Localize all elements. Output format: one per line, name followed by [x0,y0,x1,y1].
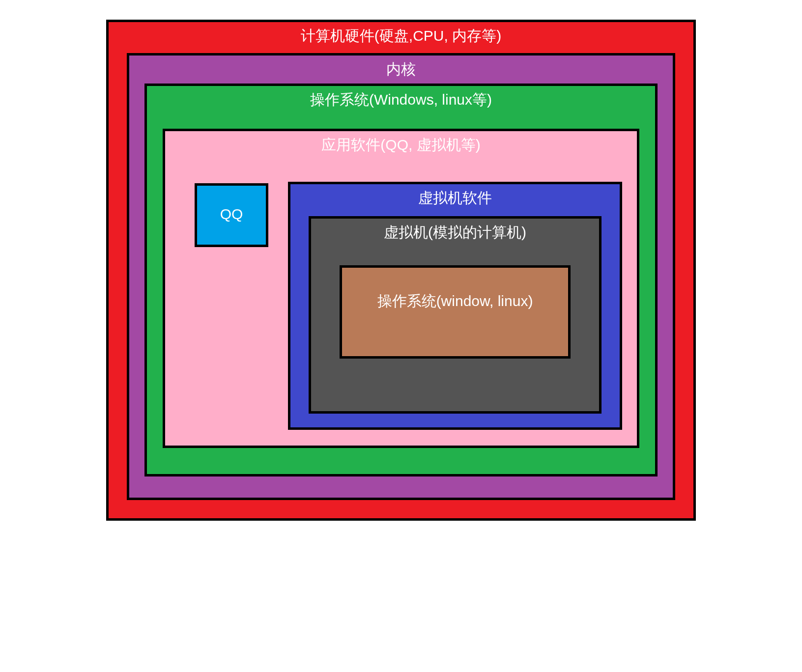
layer-qq-label: QQ [197,186,266,223]
layer-inner-os: 操作系统(window, linux) [340,265,571,359]
layer-vm-label: 虚拟机(模拟的计算机) [311,219,599,241]
layer-qq: QQ [195,183,268,247]
layer-os-label: 操作系统(Windows, linux等) [147,86,655,109]
layer-vm-software-label: 虚拟机软件 [290,184,620,207]
layer-hardware-label: 计算机硬件(硬盘,CPU, 内存等) [109,22,693,45]
layer-apps-label: 应用软件(QQ, 虚拟机等) [165,131,637,154]
diagram-canvas: 计算机硬件(硬盘,CPU, 内存等) 内核 操作系统(Windows, linu… [106,20,696,521]
layer-kernel-label: 内核 [129,56,673,78]
layer-inner-os-label: 操作系统(window, linux) [342,268,568,317]
